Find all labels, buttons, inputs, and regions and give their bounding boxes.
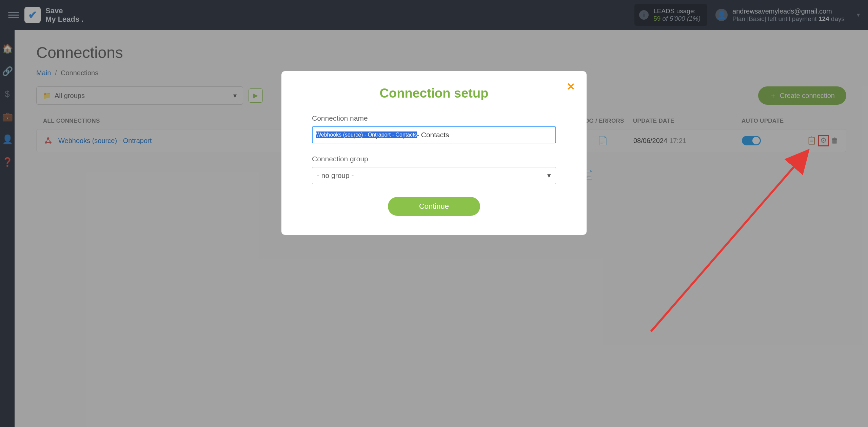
modal-overlay: ✕ Connection setup Connection name Webho… [0, 0, 868, 427]
modal-title: Connection setup [312, 86, 556, 101]
connection-group-select[interactable]: - no group - ▾ [312, 167, 556, 184]
connection-group-label: Connection group [312, 155, 556, 163]
connection-name-input[interactable] [312, 126, 556, 143]
connection-setup-modal: ✕ Connection setup Connection name Webho… [281, 71, 587, 235]
connection-name-label: Connection name [312, 114, 556, 122]
chevron-down-icon: ▾ [547, 171, 551, 180]
close-icon[interactable]: ✕ [567, 81, 575, 93]
continue-button[interactable]: Continue [388, 197, 480, 216]
group-select-value: - no group - [317, 171, 354, 180]
